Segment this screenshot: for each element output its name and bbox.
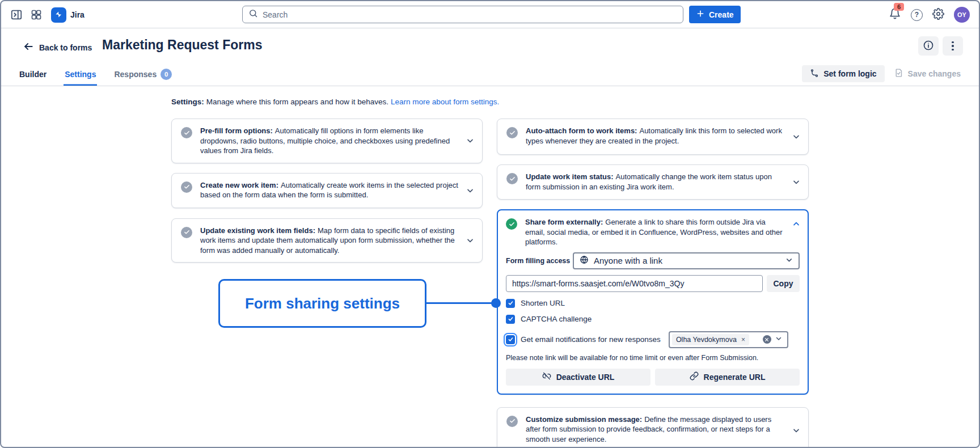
jira-logo-icon[interactable] [51, 1, 66, 28]
shorten-url-row: Shorten URL [506, 299, 800, 308]
deactivate-url-button[interactable]: Deactivate URL [506, 369, 650, 386]
recipient-chip-name: Olha Yevdokymova [676, 336, 737, 344]
page-title: Marketing Request Forms [102, 37, 262, 53]
avatar[interactable]: OY [954, 7, 970, 23]
share-url-input[interactable] [506, 275, 763, 292]
check-circle-icon [506, 416, 518, 427]
settings-cards: Pre-fill form options:Automatically fill… [171, 119, 809, 448]
card-title: Pre-fill form options: [200, 126, 273, 135]
card-share-form-externally: Share form externally:Generate a link to… [497, 209, 809, 395]
captcha-row: CAPTCHA challenge [506, 315, 800, 324]
settings-intro: Settings:Manage where this form appears … [171, 98, 979, 106]
create-button[interactable]: Create [689, 6, 741, 23]
card-update-existing-fields: Update existing work item fields:Map for… [171, 218, 483, 263]
tab-responses-label: Responses [114, 70, 157, 79]
chevron-down-icon[interactable] [792, 426, 801, 437]
shorten-url-checkbox[interactable] [506, 299, 515, 308]
info-button[interactable] [918, 36, 939, 56]
card-title: Create new work item: [200, 181, 278, 189]
learn-more-link[interactable]: Learn more about form settings. [391, 98, 499, 106]
chevron-down-icon[interactable] [792, 132, 801, 143]
info-icon [923, 40, 934, 53]
chevron-down-icon[interactable] [792, 177, 801, 188]
gear-icon [932, 8, 944, 22]
regenerate-url-button[interactable]: Regenerate URL [655, 369, 800, 386]
chevron-down-icon[interactable] [466, 136, 475, 147]
notifications-button[interactable]: 6 [889, 7, 901, 22]
search-icon [248, 9, 258, 20]
deactivate-url-label: Deactivate URL [556, 373, 615, 382]
access-select-value: Anyone with a link [594, 256, 662, 265]
card-create-work-item: Create new work item:Automatically creat… [171, 173, 483, 208]
clear-selection-icon[interactable] [763, 335, 771, 344]
settings-intro-lead: Settings: [171, 98, 204, 106]
set-form-logic-label: Set form logic [823, 69, 876, 78]
app-window: Jira Create 6 ? [0, 0, 980, 448]
regenerate-url-label: Regenerate URL [704, 373, 766, 382]
chevron-down-icon [775, 335, 783, 344]
recipient-select[interactable]: Olha Yevdokymova × [669, 331, 788, 348]
back-to-forms-label: Back to forms [39, 43, 92, 52]
card-title: Customize submission message: [526, 415, 642, 424]
more-actions-button[interactable] [943, 36, 963, 56]
link-slash-icon [542, 371, 551, 382]
captcha-checkbox[interactable] [506, 315, 515, 324]
chip-remove-icon[interactable]: × [741, 336, 745, 343]
card-update-status: Update work item status:Automatically ch… [497, 164, 809, 200]
search-input[interactable] [263, 10, 677, 19]
settings-intro-text: Manage where this form appears and how i… [206, 98, 388, 106]
chevron-down-icon [785, 256, 793, 266]
form-filling-access-row: Form filling access Anyone with a link [506, 252, 800, 269]
card-auto-attach: Auto-attach form to work items:Automatic… [497, 119, 809, 155]
save-changes-button[interactable]: Save changes [892, 65, 963, 82]
chevron-down-icon[interactable] [466, 186, 475, 197]
annotation-connector-line [426, 302, 496, 304]
globe-icon [580, 255, 589, 266]
tab-builder[interactable]: Builder [18, 62, 48, 86]
recipient-chip: Olha Yevdokymova × [672, 334, 749, 345]
check-circle-green-icon [506, 218, 517, 230]
check-circle-icon [506, 173, 518, 184]
link-availability-note: Please note link will be available for n… [506, 354, 800, 362]
access-select[interactable]: Anyone with a link [573, 252, 800, 269]
annotation-connector-dot [491, 298, 501, 308]
responses-count-badge: 0 [160, 69, 172, 80]
notification-count-badge: 6 [894, 3, 904, 11]
card-title: Auto-attach form to work items: [526, 126, 637, 135]
copy-url-button[interactable]: Copy [767, 275, 800, 292]
top-navigation-bar: Jira Create 6 ? [1, 1, 979, 28]
set-form-logic-button[interactable]: Set form logic [802, 65, 884, 82]
chevron-down-icon[interactable] [466, 236, 475, 247]
card-title: Update existing work item fields: [200, 226, 315, 235]
share-url-row: Copy [506, 275, 800, 292]
plus-icon [696, 9, 705, 20]
help-button[interactable]: ? [911, 9, 923, 21]
settings-content: Settings:Manage where this form appears … [1, 86, 979, 448]
save-changes-label: Save changes [908, 69, 961, 78]
back-to-forms-button[interactable]: Back to forms [23, 41, 92, 54]
annotation-callout: Form sharing settings [218, 279, 426, 328]
link-icon [690, 371, 699, 382]
email-notifications-label: Get email notifications for new response… [521, 335, 661, 344]
branch-icon [810, 69, 819, 79]
email-notifications-checkbox[interactable] [506, 335, 515, 344]
settings-button[interactable] [932, 8, 944, 22]
app-name: Jira [70, 1, 85, 28]
arrow-left-icon [23, 41, 34, 54]
sidebar-toggle-icon[interactable] [10, 1, 23, 28]
tab-bar: Builder Settings Responses 0 Set form lo… [1, 62, 979, 86]
form-filling-access-label: Form filling access [506, 257, 573, 265]
global-search[interactable] [242, 6, 683, 23]
card-title: Share form externally: [525, 218, 603, 226]
chevron-up-icon[interactable] [792, 219, 801, 230]
kebab-icon [952, 41, 954, 51]
tab-settings[interactable]: Settings [64, 62, 97, 86]
check-circle-icon [181, 127, 192, 138]
save-document-icon [894, 68, 903, 79]
check-circle-icon [506, 127, 518, 138]
card-title: Update work item status: [526, 172, 614, 181]
tab-responses[interactable]: Responses 0 [113, 62, 173, 86]
app-switcher-icon[interactable] [31, 1, 42, 28]
url-actions-row: Deactivate URL Regenerate URL [506, 369, 800, 386]
check-circle-icon [181, 181, 192, 193]
